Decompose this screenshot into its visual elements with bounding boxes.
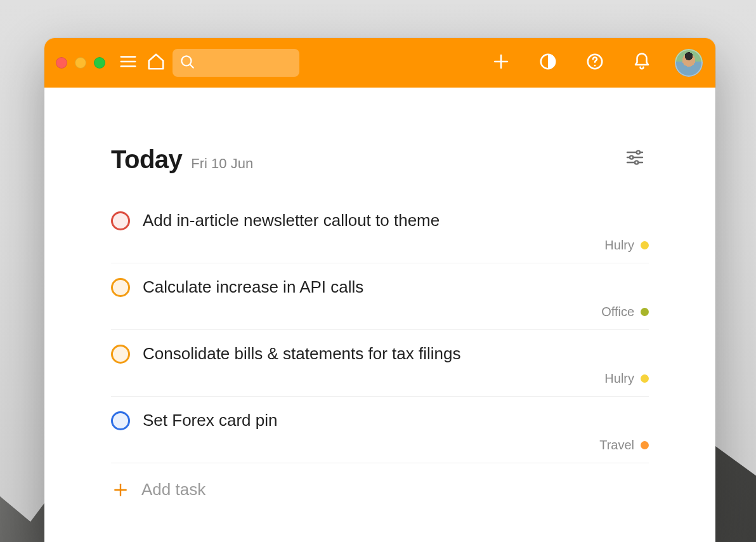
svg-point-3 — [181, 56, 191, 65]
search-icon — [179, 53, 195, 72]
home-icon — [147, 52, 166, 74]
add-task-label: Add task — [141, 480, 205, 499]
project-color-dot — [641, 241, 649, 249]
task-meta[interactable]: Hulry — [111, 371, 649, 386]
task-checkbox[interactable] — [111, 211, 130, 230]
task-title[interactable]: Consolidate bills & statements for tax f… — [143, 344, 460, 364]
project-label: Hulry — [604, 238, 634, 253]
project-label: Hulry — [604, 371, 634, 386]
window-zoom-button[interactable] — [94, 57, 105, 69]
notifications-button[interactable] — [628, 49, 656, 77]
svg-line-4 — [190, 65, 193, 68]
search-input[interactable] — [199, 56, 346, 70]
svg-point-13 — [630, 155, 633, 159]
task-title[interactable]: Set Forex card pin — [143, 411, 277, 430]
task-main[interactable]: Consolidate bills & statements for tax f… — [111, 339, 649, 364]
task-main[interactable]: Set Forex card pin — [111, 406, 649, 430]
productivity-button[interactable] — [534, 49, 562, 77]
home-button[interactable] — [142, 49, 170, 77]
window-controls — [56, 57, 105, 69]
menu-icon — [119, 52, 138, 74]
task-main[interactable]: Add in-article newsletter callout to the… — [111, 206, 649, 230]
project-color-dot — [641, 374, 649, 383]
plus-icon — [111, 480, 130, 499]
task-checkbox[interactable] — [111, 278, 130, 297]
page-title: Today — [111, 145, 182, 174]
task-checkbox[interactable] — [111, 411, 130, 430]
window-close-button[interactable] — [56, 57, 67, 69]
app-window: Today Fri 10 Jun Add in-article newslett… — [44, 38, 715, 542]
menu-button[interactable] — [114, 49, 142, 77]
help-icon — [585, 52, 604, 74]
task-list: Add in-article newsletter callout to the… — [111, 206, 649, 463]
avatar[interactable] — [675, 49, 703, 77]
add-task-button[interactable]: Add task — [111, 472, 649, 499]
project-label: Travel — [599, 438, 634, 453]
main-content: Today Fri 10 Jun Add in-article newslett… — [44, 88, 715, 499]
header-row: Today Fri 10 Jun — [111, 143, 649, 174]
window-minimize-button[interactable] — [75, 57, 86, 69]
task-checkbox[interactable] — [111, 345, 130, 364]
help-button[interactable] — [581, 49, 609, 77]
sliders-icon — [625, 159, 645, 169]
quick-add-button[interactable] — [487, 49, 515, 77]
task-meta[interactable]: Travel — [111, 438, 649, 453]
project-label: Office — [601, 305, 634, 319]
page-date: Fri 10 Jun — [191, 155, 253, 172]
task-meta[interactable]: Hulry — [111, 238, 649, 253]
view-options-button[interactable] — [621, 143, 649, 174]
project-color-dot — [641, 308, 649, 316]
task-meta[interactable]: Office — [111, 305, 649, 319]
titlebar — [44, 38, 715, 88]
task-title[interactable]: Calculate increase in API calls — [143, 277, 363, 297]
task-item: Add in-article newsletter callout to the… — [111, 206, 649, 263]
plus-icon — [492, 52, 511, 74]
task-item: Consolidate bills & statements for tax f… — [111, 339, 649, 397]
half-circle-icon — [538, 52, 557, 74]
task-item: Calculate increase in API callsOffice — [111, 272, 649, 330]
svg-point-15 — [635, 161, 638, 164]
titlebar-right — [487, 49, 703, 77]
task-main[interactable]: Calculate increase in API calls — [111, 272, 649, 297]
task-title[interactable]: Add in-article newsletter callout to the… — [143, 211, 440, 230]
bell-icon — [632, 52, 651, 74]
project-color-dot — [641, 441, 649, 449]
search-box[interactable] — [173, 49, 299, 77]
svg-point-11 — [637, 150, 640, 154]
task-item: Set Forex card pinTravel — [111, 406, 649, 463]
